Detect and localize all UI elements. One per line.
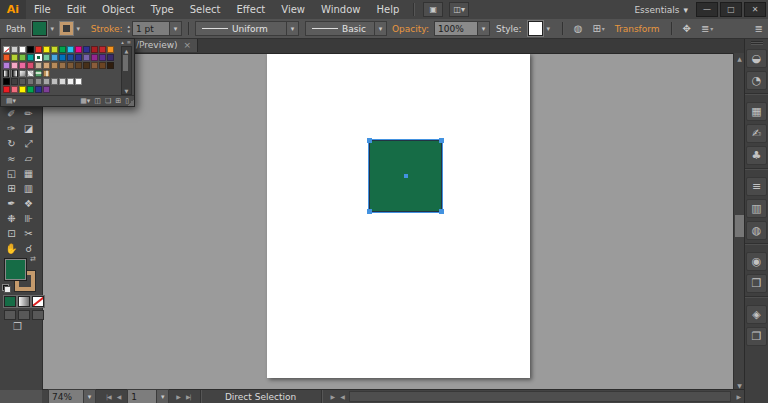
horizontal-scrollbar[interactable] — [349, 391, 732, 402]
style-caret-icon[interactable]: ▾ — [544, 22, 553, 35]
swatch[interactable] — [43, 70, 50, 77]
swatch[interactable] — [59, 46, 66, 53]
zoom-level-caret-icon[interactable]: ▾ — [84, 389, 96, 403]
scroll-down-icon[interactable]: ▼ — [122, 87, 131, 94]
swatch[interactable] — [3, 62, 10, 69]
selection-handle-top-right[interactable] — [439, 138, 444, 143]
swatch[interactable] — [11, 86, 18, 93]
brush-definition-dropdown[interactable]: Basic — [305, 21, 375, 36]
transparency-panel-icon[interactable]: ◍ — [746, 221, 767, 240]
maximize-button[interactable]: □ — [720, 2, 742, 17]
swatch[interactable] — [43, 86, 50, 93]
swatch[interactable] — [67, 62, 74, 69]
swatch[interactable] — [43, 62, 50, 69]
new-swatch-button[interactable]: ⊞ — [113, 97, 123, 105]
blend-tool[interactable]: ❖ — [20, 196, 37, 211]
panel-resize-grip[interactable] — [127, 99, 134, 106]
canvas-pasteboard[interactable] — [42, 53, 734, 390]
selection-handle-bottom-right[interactable] — [439, 209, 444, 214]
menu-type[interactable]: Type — [143, 0, 182, 19]
swatch[interactable] — [19, 62, 26, 69]
swatch[interactable] — [59, 62, 66, 69]
arrange-documents-icon[interactable]: ◫▾ — [449, 2, 469, 17]
menu-view[interactable]: View — [273, 0, 313, 19]
hscroll-right-arrow-b[interactable]: ▶ — [733, 393, 743, 400]
menu-edit[interactable]: Edit — [59, 0, 94, 19]
zoom-tool[interactable]: ☌ — [20, 241, 37, 256]
swatch[interactable] — [27, 86, 34, 93]
control-panel-menu-icon[interactable]: ≣ — [755, 23, 763, 34]
free-transform-tool[interactable]: ▱ — [20, 151, 37, 166]
layers-panel-icon[interactable]: ◈ — [746, 305, 767, 324]
gradient-button[interactable] — [18, 296, 30, 307]
swatches-scroll-thumb[interactable] — [123, 55, 128, 71]
transform-link[interactable]: Transform — [615, 24, 660, 34]
selection-handle-bottom-left[interactable] — [367, 209, 372, 214]
selection-handle-top-left[interactable] — [367, 138, 372, 143]
swatch[interactable] — [3, 54, 10, 61]
menu-file[interactable]: File — [26, 0, 59, 19]
swatch[interactable] — [11, 78, 18, 85]
swatch[interactable] — [59, 54, 66, 61]
rotate-tool[interactable]: ↻ — [3, 136, 20, 151]
swatch[interactable] — [75, 62, 82, 69]
swatch[interactable] — [35, 70, 42, 77]
swatch[interactable] — [91, 62, 98, 69]
stroke-color-swatch[interactable] — [60, 22, 73, 35]
swatch[interactable] — [59, 78, 66, 85]
gradient-tool[interactable]: ▥ — [20, 181, 37, 196]
swatch[interactable] — [19, 70, 26, 77]
swatch[interactable] — [27, 78, 34, 85]
swatch[interactable] — [3, 46, 10, 53]
swatches-scrollbar[interactable]: ▲ ▼ — [121, 46, 132, 95]
width-tool[interactable]: ≈ — [3, 151, 20, 166]
swap-fill-stroke-icon[interactable]: ⇄ — [30, 255, 36, 263]
swatch[interactable] — [83, 62, 90, 69]
width-profile-dropdown[interactable]: Uniform — [195, 21, 287, 36]
recolor-artwork-icon[interactable]: ◍ — [574, 23, 583, 34]
swatch[interactable] — [35, 46, 42, 53]
swatch[interactable] — [99, 46, 106, 53]
eraser-tool[interactable]: ◪ — [20, 121, 37, 136]
swatch[interactable] — [35, 62, 42, 69]
menu-select[interactable]: Select — [182, 0, 229, 19]
scale-tool[interactable]: ⤢ — [20, 136, 37, 151]
swatch[interactable] — [19, 54, 26, 61]
zoom-level-field[interactable]: 74% — [48, 389, 84, 403]
free-transform-icon[interactable]: ✥ — [683, 23, 691, 34]
swatch[interactable] — [35, 78, 42, 85]
swatch[interactable] — [35, 54, 42, 61]
color-panel-icon[interactable]: ◒ — [746, 49, 767, 68]
bridge-icon[interactable]: ▣ — [423, 2, 443, 17]
next-artboard-button[interactable]: ▶ — [173, 393, 183, 400]
swatch[interactable] — [19, 46, 26, 53]
color-button[interactable] — [4, 296, 16, 307]
draw-normal-button[interactable] — [4, 310, 16, 320]
minimize-button[interactable]: — — [696, 2, 718, 17]
menu-help[interactable]: Help — [368, 0, 407, 19]
swatch[interactable] — [67, 54, 74, 61]
symbol-sprayer-tool[interactable]: ❉ — [3, 211, 20, 226]
hand-tool[interactable]: ✋ — [3, 241, 20, 256]
opacity-field[interactable]: 100% — [434, 21, 478, 36]
opacity-link[interactable]: Opacity: — [392, 24, 429, 34]
swatch[interactable] — [99, 62, 106, 69]
artboard-tool[interactable]: ⊡ — [3, 226, 20, 241]
swatch[interactable] — [27, 54, 34, 61]
stroke-link[interactable]: Stroke: — [91, 24, 123, 34]
collapse-panel-icon[interactable]: ▴ — [121, 39, 124, 45]
menu-effect[interactable]: Effect — [229, 0, 274, 19]
slice-tool[interactable]: ✂ — [20, 226, 37, 241]
swatch[interactable] — [107, 54, 114, 61]
swatch[interactable] — [99, 54, 106, 61]
draw-behind-button[interactable] — [18, 310, 30, 320]
swatch-libraries-button[interactable]: ▤▾ — [4, 97, 18, 105]
artboard-number-caret-icon[interactable]: ▾ — [157, 389, 169, 403]
swatches-panel-icon[interactable]: ▦ — [746, 102, 767, 121]
swatch-options-button[interactable]: ◫ — [92, 97, 103, 105]
swatch[interactable] — [83, 46, 90, 53]
swatch[interactable] — [67, 46, 74, 53]
swatch[interactable] — [19, 86, 26, 93]
swatch[interactable] — [27, 46, 34, 53]
opacity-caret-icon[interactable]: ▾ — [478, 21, 490, 36]
